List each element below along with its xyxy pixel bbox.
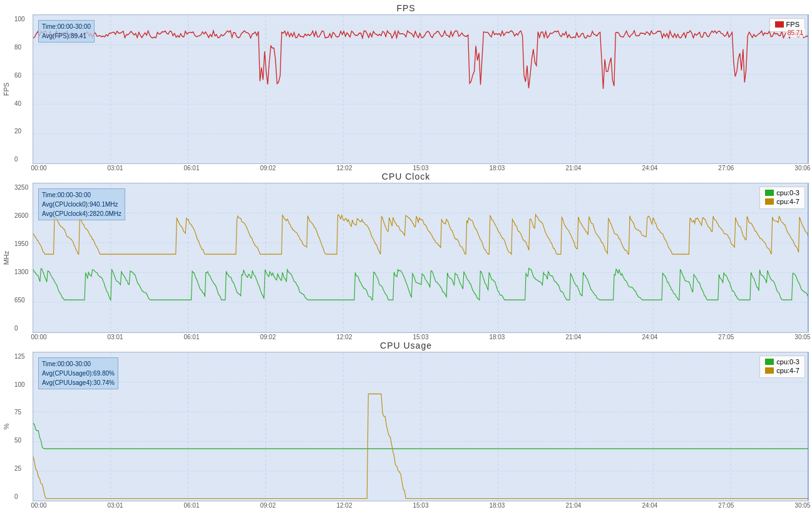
x-tick-cpu-clock-18:03: 18:03 xyxy=(489,334,505,340)
y-tick-cpu-clock-650: 650 xyxy=(14,297,31,304)
chart-title-cpu-usage: CPU Usage xyxy=(380,340,432,351)
legend-color xyxy=(775,21,784,28)
charts-container: FPSFPS020406080100 Time:00:00-30:00 Avg(… xyxy=(0,0,812,512)
x-tick-cpu-clock-03:01: 03:01 xyxy=(107,334,123,340)
chart-section-cpu-clock: CPU ClockMHz06501300195026003250 Time:00… xyxy=(0,172,812,340)
x-tick-fps-06:01: 06:01 xyxy=(183,165,199,172)
legend-cpu-clock: cpu:0-3cpu:4-7 xyxy=(759,187,805,209)
y-axis-label-cpu-usage: % xyxy=(0,352,13,501)
x-tick-cpu-clock-24:04: 24:04 xyxy=(642,334,657,340)
legend-color xyxy=(765,359,774,365)
chart-wrapper-fps: Time:00:00-30:00 Avg(FPS):89.41FPS85.71 xyxy=(33,14,809,164)
x-tick-cpu-usage-30:05: 30:05 xyxy=(794,502,810,509)
x-tick-cpu-clock-06:01: 06:01 xyxy=(183,334,199,340)
x-tick-cpu-usage-00:00: 00:00 xyxy=(31,502,47,509)
legend-label: FPS xyxy=(786,21,799,28)
info-box-fps: Time:00:00-30:00 Avg(FPS):89.41 xyxy=(38,20,95,43)
x-axis-fps: 00:0003:0106:0109:0212:0215:0318:0321:04… xyxy=(0,164,811,172)
y-tick-cpu-usage-125: 125 xyxy=(14,353,31,360)
legend-label: cpu:4-7 xyxy=(776,367,799,374)
x-tick-fps-27:06: 27:06 xyxy=(718,165,734,172)
legend-cpu-usage: cpu:0-3cpu:4-7 xyxy=(759,356,805,378)
y-tick-fps-40: 40 xyxy=(14,100,31,107)
y-tick-cpu-usage-0: 0 xyxy=(14,493,31,500)
x-tick-fps-03:01: 03:01 xyxy=(107,165,123,172)
fps-current-value: 85.71 xyxy=(786,29,805,37)
x-tick-fps-24:04: 24:04 xyxy=(642,165,657,172)
info-box-cpu-usage: Time:00:00-30:00 Avg(CPUUsage0):69.80% A… xyxy=(38,357,118,389)
chart-title-fps: FPS xyxy=(396,3,415,13)
y-tick-fps-20: 20 xyxy=(14,128,31,135)
x-tick-cpu-clock-09:02: 09:02 xyxy=(260,334,275,340)
legend-label: cpu:4-7 xyxy=(776,198,799,205)
x-tick-fps-12:02: 12:02 xyxy=(336,165,352,172)
y-tick-cpu-usage-25: 25 xyxy=(14,465,31,472)
chart-area-cpu-clock: MHz06501300195026003250 Time:00:00-30:00… xyxy=(0,183,812,332)
legend-label: cpu:0-3 xyxy=(776,189,799,197)
x-tick-cpu-clock-21:04: 21:04 xyxy=(565,334,581,340)
y-tick-fps-60: 60 xyxy=(14,72,31,79)
chart-wrapper-cpu-clock: Time:00:00-30:00 Avg(CPUclock0):940.1MHz… xyxy=(33,183,809,332)
y-tick-cpu-usage-75: 75 xyxy=(14,409,31,416)
y-axis-label-cpu-clock: MHz xyxy=(0,183,13,332)
x-tick-fps-21:04: 21:04 xyxy=(565,165,581,172)
x-tick-cpu-clock-27:05: 27:05 xyxy=(718,334,734,340)
x-tick-cpu-clock-30:05: 30:05 xyxy=(794,334,810,340)
y-tick-cpu-clock-2600: 2600 xyxy=(14,212,31,219)
x-tick-fps-00:00: 00:00 xyxy=(31,165,47,172)
x-tick-cpu-usage-12:02: 12:02 xyxy=(336,502,352,509)
y-tick-fps-0: 0 xyxy=(14,156,31,163)
chart-section-fps: FPSFPS020406080100 Time:00:00-30:00 Avg(… xyxy=(0,3,812,172)
legend-item-cpu:0-3: cpu:0-3 xyxy=(765,189,799,197)
chart-area-cpu-usage: %0255075100125 Time:00:00-30:00 Avg(CPUU… xyxy=(0,352,812,501)
y-tick-cpu-clock-0: 0 xyxy=(14,325,31,332)
legend-color xyxy=(765,190,774,196)
x-tick-cpu-usage-15:03: 15:03 xyxy=(413,502,428,509)
y-tick-fps-100: 100 xyxy=(14,16,31,23)
y-tick-fps-80: 80 xyxy=(14,44,31,51)
legend-item-cpu:4-7: cpu:4-7 xyxy=(765,367,799,374)
x-tick-cpu-usage-18:03: 18:03 xyxy=(489,502,505,509)
y-tick-cpu-usage-100: 100 xyxy=(14,381,31,388)
x-tick-cpu-usage-21:04: 21:04 xyxy=(565,502,581,509)
y-tick-cpu-usage-50: 50 xyxy=(14,437,31,444)
legend-item-cpu:4-7: cpu:4-7 xyxy=(765,198,799,205)
x-tick-cpu-clock-00:00: 00:00 xyxy=(31,334,47,340)
chart-area-fps: FPS020406080100 Time:00:00-30:00 Avg(FPS… xyxy=(0,14,812,164)
chart-section-cpu-usage: CPU Usage%0255075100125 Time:00:00-30:00… xyxy=(0,340,812,509)
y-axis-label-fps: FPS xyxy=(0,14,13,164)
legend-item-cpu:0-3: cpu:0-3 xyxy=(765,358,799,366)
x-tick-fps-15:03: 15:03 xyxy=(413,165,428,172)
legend-color xyxy=(765,367,774,374)
x-tick-cpu-usage-06:01: 06:01 xyxy=(183,502,199,509)
x-axis-cpu-clock: 00:0003:0106:0109:0212:0215:0318:0321:04… xyxy=(0,333,811,340)
chart-title-cpu-clock: CPU Clock xyxy=(382,172,430,182)
chart-wrapper-cpu-usage: Time:00:00-30:00 Avg(CPUUsage0):69.80% A… xyxy=(33,352,809,501)
y-tick-cpu-clock-3250: 3250 xyxy=(14,184,31,191)
y-tick-cpu-clock-1950: 1950 xyxy=(14,240,31,247)
x-tick-cpu-usage-27:05: 27:05 xyxy=(718,502,734,509)
x-tick-fps-30:06: 30:06 xyxy=(794,165,810,172)
legend-label: cpu:0-3 xyxy=(776,358,799,366)
x-tick-cpu-usage-24:04: 24:04 xyxy=(642,502,657,509)
info-box-cpu-clock: Time:00:00-30:00 Avg(CPUclock0):940.1MHz… xyxy=(38,188,125,220)
x-tick-cpu-clock-12:02: 12:02 xyxy=(336,334,352,340)
legend-color xyxy=(765,198,774,205)
x-tick-fps-18:03: 18:03 xyxy=(489,165,505,172)
x-tick-cpu-usage-09:02: 09:02 xyxy=(260,502,275,509)
legend-item-FPS: FPS xyxy=(775,21,799,28)
x-tick-cpu-clock-15:03: 15:03 xyxy=(413,334,428,340)
x-axis-cpu-usage: 00:0003:0106:0109:0212:0215:0318:0321:04… xyxy=(0,501,811,509)
x-tick-cpu-usage-03:01: 03:01 xyxy=(107,502,123,509)
x-tick-fps-09:02: 09:02 xyxy=(260,165,275,172)
y-tick-cpu-clock-1300: 1300 xyxy=(14,269,31,275)
